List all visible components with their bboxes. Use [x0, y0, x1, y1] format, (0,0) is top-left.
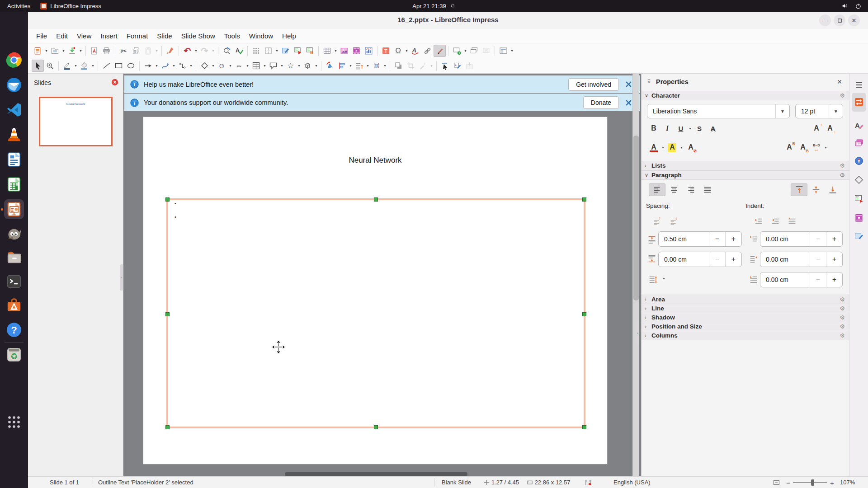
font-color-dropdown[interactable]: ▾ — [660, 145, 665, 150]
redo-dropdown[interactable]: ▾ — [211, 49, 216, 53]
activities-button[interactable]: Activities — [7, 3, 30, 9]
table-icon[interactable] — [321, 45, 333, 57]
more-options-icon[interactable]: ⚙ — [840, 92, 845, 99]
zoom-percent[interactable]: 107% — [840, 479, 855, 486]
distribute-dropdown[interactable]: ▾ — [382, 64, 387, 68]
media-icon[interactable] — [350, 45, 363, 57]
line-color-icon[interactable] — [61, 60, 73, 72]
below-paragraph-spacing-field[interactable]: 0.00 cm − + — [658, 252, 742, 267]
dock-impress[interactable] — [4, 199, 24, 219]
italic-icon[interactable]: I — [660, 122, 674, 135]
superscript-icon[interactable]: AB — [783, 141, 796, 154]
zoom-out-button[interactable]: − — [786, 479, 790, 487]
zoom-pan-icon[interactable] — [44, 60, 56, 72]
selection-handle-ne[interactable] — [582, 197, 586, 202]
highlighting-color-icon[interactable]: A — [665, 141, 679, 154]
font-size-combo[interactable]: 12 pt ▼ — [795, 104, 843, 118]
strikethrough-icon[interactable]: S — [693, 122, 706, 135]
dock-files[interactable] — [4, 247, 24, 267]
block-arrows-dropdown[interactable]: ▾ — [245, 64, 250, 68]
special-char-icon[interactable]: Ω — [392, 45, 404, 57]
image-icon[interactable] — [338, 45, 350, 57]
hanging-indent-icon[interactable] — [783, 215, 800, 227]
shadow-icon[interactable] — [392, 60, 405, 72]
start-current-slide-icon[interactable] — [304, 45, 316, 57]
3d-objects-icon[interactable] — [302, 60, 314, 72]
donate-button[interactable]: Donate — [583, 96, 619, 109]
align-left-icon[interactable] — [649, 183, 665, 196]
close-slides-panel-icon[interactable] — [111, 79, 118, 86]
3d-objects-dropdown[interactable]: ▾ — [314, 64, 319, 68]
arrange-dropdown[interactable]: ▾ — [365, 64, 370, 68]
vertical-scrollbar-thumb[interactable] — [633, 136, 639, 300]
font-color-icon[interactable]: A — [647, 141, 660, 154]
image-filter-icon[interactable] — [417, 60, 429, 72]
after-text-indent-field[interactable]: 0.00 cm − + — [760, 252, 843, 267]
decrease-value-button[interactable]: − — [810, 252, 826, 267]
sidebar-tab-navigator[interactable] — [852, 153, 866, 169]
dock-vscode[interactable] — [4, 100, 24, 120]
basic-shapes-icon[interactable] — [198, 60, 211, 72]
align-right-icon[interactable] — [682, 183, 699, 196]
volume-icon[interactable] — [841, 2, 849, 9]
increase-value-button[interactable]: + — [725, 252, 741, 267]
decrease-value-button[interactable]: − — [709, 232, 725, 246]
callout-dropdown[interactable]: ▾ — [279, 64, 284, 68]
increase-font-size-icon[interactable]: A↑ — [810, 122, 823, 135]
section-header-columns[interactable]: ›Columns⚙ — [642, 331, 849, 340]
line-color-dropdown[interactable]: ▾ — [73, 64, 78, 68]
section-header-position-size[interactable]: ›Position and Size⚙ — [642, 322, 849, 331]
increase-value-button[interactable]: + — [826, 252, 842, 267]
paste-dropdown[interactable]: ▾ — [154, 49, 159, 53]
above-paragraph-spacing-field[interactable]: 0.50 cm − + — [658, 231, 742, 247]
menu-item-edit[interactable]: Edit — [52, 30, 72, 42]
increase-value-button[interactable]: + — [826, 232, 842, 246]
dock-vlc[interactable] — [4, 125, 24, 145]
decrease-value-button[interactable]: − — [709, 252, 725, 267]
before-text-indent-field[interactable]: 0.00 cm − + — [760, 231, 843, 247]
open-icon[interactable] — [49, 45, 61, 57]
dock-software[interactable] — [4, 295, 24, 315]
textbox-icon[interactable] — [380, 45, 392, 57]
slide-layout-icon[interactable] — [497, 45, 509, 57]
dock-gimp[interactable] — [4, 223, 24, 243]
section-header-lists[interactable]: › Lists ⚙ — [642, 161, 849, 170]
align-bottom-icon[interactable] — [824, 183, 841, 196]
dock-calc[interactable] — [4, 174, 24, 194]
unsaved-changes-icon[interactable] — [585, 479, 591, 486]
text-shadow-icon[interactable]: A — [706, 122, 720, 135]
enter-group-icon[interactable] — [463, 60, 476, 72]
line-icon[interactable] — [100, 60, 113, 72]
clone-formatting-icon[interactable] — [164, 45, 176, 57]
curve-icon[interactable] — [159, 60, 171, 72]
language-status[interactable]: English (USA) — [613, 479, 651, 486]
arrow-dropdown[interactable]: ▾ — [154, 64, 159, 68]
clock[interactable]: Apr 21 21:39 — [412, 3, 446, 9]
ellipse-icon[interactable] — [125, 60, 137, 72]
power-icon[interactable] — [855, 3, 862, 9]
flowchart-icon[interactable] — [250, 60, 262, 72]
glue-points-icon[interactable] — [451, 60, 463, 72]
helplines-icon[interactable] — [262, 45, 274, 57]
character-spacing-icon[interactable]: B–D↔ — [810, 141, 823, 154]
arrange-icon[interactable] — [353, 60, 365, 72]
restore-button[interactable] — [834, 14, 845, 26]
symbol-shapes-icon[interactable]: ☺ — [216, 60, 228, 72]
delete-slide-icon[interactable] — [480, 45, 492, 57]
sidebar-tab-slide-transition[interactable] — [852, 191, 866, 206]
outline-placeholder-selected[interactable]: • • — [166, 198, 585, 428]
align-center-icon[interactable] — [665, 183, 682, 196]
section-header-line[interactable]: ›Line⚙ — [642, 304, 849, 313]
curve-dropdown[interactable]: ▾ — [171, 64, 176, 68]
display-grid-icon[interactable] — [250, 45, 262, 57]
increase-value-button[interactable]: + — [725, 232, 741, 246]
section-header-area[interactable]: ›Area⚙ — [642, 295, 849, 304]
dock-thunderbird[interactable] — [4, 75, 24, 95]
new-slide-icon[interactable] — [451, 45, 463, 57]
dock-chrome[interactable] — [4, 50, 24, 70]
close-window-button[interactable]: ✕ — [848, 14, 860, 26]
focused-app-menu[interactable]: LibreOffice Impress — [40, 3, 101, 9]
spacing-above-value[interactable]: 0.50 cm — [659, 235, 709, 243]
first-line-indent-field[interactable]: 0.00 cm − + — [760, 272, 843, 287]
fit-slide-icon[interactable] — [773, 479, 780, 486]
